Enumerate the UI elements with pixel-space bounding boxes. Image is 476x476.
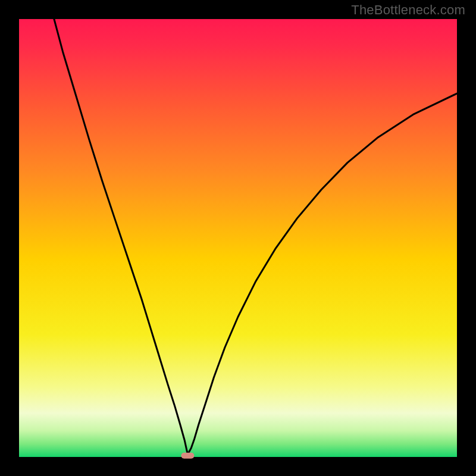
chart-frame: TheBottleneck.com <box>0 0 476 476</box>
watermark-label: TheBottleneck.com <box>351 2 465 18</box>
plot-area <box>19 19 457 457</box>
